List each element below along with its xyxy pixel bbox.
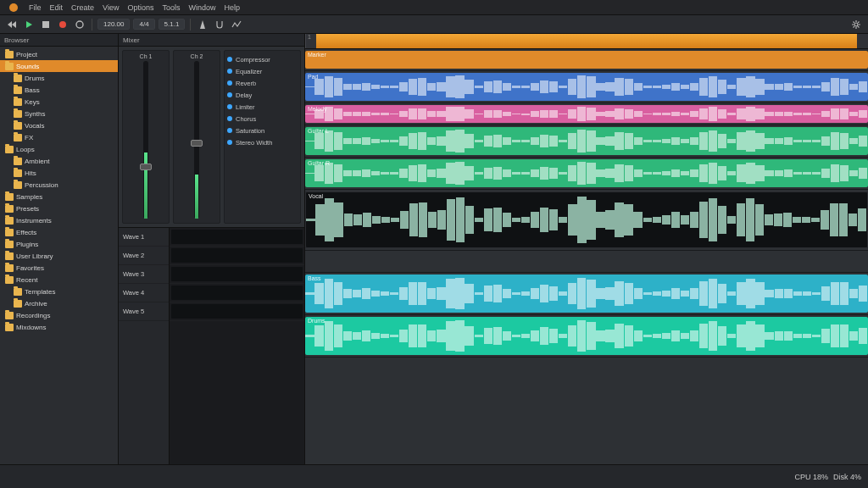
clip-track-header[interactable]: Wave 1 <box>119 228 169 247</box>
insert-slot[interactable]: Limiter <box>227 101 298 113</box>
record-icon[interactable] <box>56 18 70 31</box>
audio-clip[interactable]: Melody <box>305 105 868 123</box>
insert-slot[interactable]: Reverb <box>227 77 298 89</box>
automation-icon[interactable] <box>230 18 243 31</box>
menu-item-options[interactable]: Options <box>127 3 153 12</box>
insert-enable-dot[interactable] <box>227 116 232 121</box>
browser-item[interactable]: Favorites <box>0 262 118 274</box>
timeline-ruler[interactable]: 159131721252933 <box>305 34 868 49</box>
browser-item[interactable]: Drums <box>0 72 118 84</box>
clip-track-header[interactable]: Wave 5 <box>119 302 169 321</box>
audio-clip[interactable]: Bass <box>305 274 868 313</box>
menu-item-create[interactable]: Create <box>71 3 94 12</box>
clip-lane[interactable] <box>170 228 304 247</box>
clip-lane[interactable] <box>170 302 304 321</box>
browser-item[interactable]: Bass <box>0 84 118 96</box>
browser-item[interactable]: Instruments <box>0 214 118 226</box>
track-row[interactable]: Vocal <box>305 190 868 251</box>
browser-item[interactable]: Percussion <box>0 179 118 191</box>
menu-item-tools[interactable]: Tools <box>162 3 180 12</box>
browser-item[interactable]: Presets <box>0 202 118 214</box>
track-row[interactable]: Drums <box>305 315 868 358</box>
mixer-channel[interactable]: Ch 2 <box>173 50 220 224</box>
mixer-channel[interactable]: Ch 1 <box>122 50 170 224</box>
folder-icon <box>14 169 22 177</box>
browser-item[interactable]: Archive <box>0 297 118 309</box>
menu-item-view[interactable]: View <box>103 3 119 12</box>
track-row[interactable]: Guitar L <box>305 125 868 158</box>
arrangement-tracks[interactable]: MarkerPadMelodyGuitar LGuitar RVocalBass… <box>305 49 868 464</box>
browser-item[interactable]: Effects <box>0 226 118 238</box>
audio-clip[interactable]: Drums <box>305 317 868 355</box>
play-icon[interactable] <box>22 18 36 31</box>
insert-enable-dot[interactable] <box>227 80 232 86</box>
insert-slot[interactable]: Compressor <box>227 53 298 65</box>
insert-enable-dot[interactable] <box>227 92 232 97</box>
browser-item[interactable]: Sounds <box>0 60 118 72</box>
snap-icon[interactable] <box>213 18 226 31</box>
clip-lane[interactable] <box>170 247 304 265</box>
insert-slot[interactable]: Delay <box>227 89 298 101</box>
browser-item[interactable]: Templates <box>0 286 118 297</box>
track-row[interactable]: Guitar R <box>305 158 868 190</box>
audio-clip[interactable]: Guitar L <box>305 127 868 155</box>
insert-enable-dot[interactable] <box>227 128 232 133</box>
time-signature-display[interactable]: 4/4 <box>133 19 154 30</box>
track-row[interactable]: Pad <box>305 71 868 103</box>
clip-track-header[interactable]: Wave 3 <box>119 265 169 284</box>
insert-slot[interactable]: Chorus <box>227 113 298 125</box>
menu-item-file[interactable]: File <box>29 3 42 12</box>
insert-enable-dot[interactable] <box>227 69 232 74</box>
audio-clip[interactable]: Marker <box>305 51 868 69</box>
browser-item[interactable]: Mixdowns <box>0 321 118 333</box>
clip-lane[interactable] <box>170 265 304 284</box>
fader-cap[interactable] <box>191 140 203 147</box>
browser-item[interactable]: Recordings <box>0 309 118 321</box>
browser-item[interactable]: User Library <box>0 250 118 262</box>
clip-track-header[interactable]: Wave 2 <box>119 247 169 265</box>
clip-track-header[interactable]: Wave 4 <box>119 284 169 302</box>
insert-slot[interactable]: Stereo Width <box>227 136 298 148</box>
metronome-icon[interactable] <box>196 18 209 31</box>
menu-item-help[interactable]: Help <box>224 3 240 12</box>
fader-cap[interactable] <box>140 164 152 170</box>
browser-item[interactable]: Plugins <box>0 238 118 250</box>
fader[interactable] <box>143 61 148 219</box>
track-row[interactable]: Bass <box>305 273 868 315</box>
browser-item[interactable]: Recent <box>0 274 118 286</box>
browser-item[interactable]: Project <box>0 48 118 60</box>
insert-slot[interactable]: Saturation <box>227 125 298 136</box>
audio-clip[interactable]: Guitar R <box>305 159 868 187</box>
browser-item[interactable]: FX <box>0 131 118 143</box>
browser-item[interactable]: Keys <box>0 96 118 108</box>
track-row[interactable]: Marker <box>305 49 868 71</box>
menu-item-window[interactable]: Window <box>188 3 215 12</box>
audio-clip[interactable]: Vocal <box>305 191 868 248</box>
settings-icon[interactable] <box>849 18 863 31</box>
clip-label: Drums <box>308 318 326 324</box>
insert-slot[interactable]: Equalizer <box>227 65 298 77</box>
audio-clip[interactable]: Pad <box>305 73 868 101</box>
stop-icon[interactable] <box>39 18 53 31</box>
browser-tree[interactable]: ProjectSoundsDrumsBassKeysSynthsVocalsFX… <box>0 47 118 464</box>
browser-item[interactable]: Hits <box>0 167 118 179</box>
insert-enable-dot[interactable] <box>227 140 232 145</box>
tempo-display[interactable]: 120.00 <box>97 19 130 30</box>
insert-enable-dot[interactable] <box>227 104 232 109</box>
browser-item[interactable]: Samples <box>0 191 118 202</box>
browser-item[interactable]: Ambient <box>0 155 118 167</box>
rewind-icon[interactable] <box>5 18 19 31</box>
loop-icon[interactable] <box>73 18 86 31</box>
browser-item[interactable]: Vocals <box>0 119 118 131</box>
track-row[interactable]: Melody <box>305 103 868 125</box>
clip-lanes[interactable] <box>170 228 304 464</box>
loop-region[interactable] <box>316 34 856 48</box>
clip-lane[interactable] <box>170 284 304 302</box>
track-row[interactable] <box>305 251 868 273</box>
fader[interactable] <box>194 61 199 219</box>
menu-item-edit[interactable]: Edit <box>50 3 64 12</box>
browser-item[interactable]: Loops <box>0 143 118 155</box>
position-display[interactable]: 5.1.1 <box>159 19 186 30</box>
browser-item[interactable]: Synths <box>0 108 118 119</box>
insert-enable-dot[interactable] <box>227 57 232 62</box>
